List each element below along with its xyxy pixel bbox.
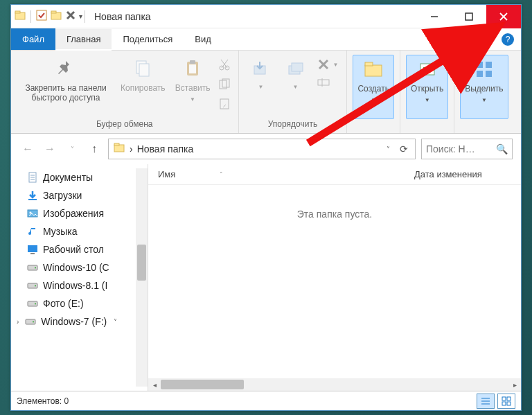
tree-item-drive-81[interactable]: Windows-8.1 (I <box>11 276 148 294</box>
new-folder-button[interactable]: Создать ▼ <box>353 55 394 119</box>
download-icon <box>26 189 39 202</box>
dropdown-icon[interactable]: ▾ <box>79 12 82 20</box>
close-button[interactable] <box>486 5 521 28</box>
folder-icon <box>361 57 386 82</box>
folder-icon[interactable] <box>14 9 26 24</box>
open-icon <box>415 57 440 82</box>
tree-item-music[interactable]: Музыка <box>11 222 148 240</box>
copy-path-icon[interactable] <box>218 77 231 94</box>
new-folder-label: Создать <box>357 85 389 94</box>
breadcrumb[interactable]: Новая папка <box>137 143 194 154</box>
tree-item-desktop[interactable]: Рабочий стол <box>11 240 148 258</box>
paste-button[interactable]: Вставить ▼ <box>171 55 215 119</box>
svg-rect-10 <box>189 64 196 73</box>
tree-item-drive-c[interactable]: Windows-10 (C <box>11 258 148 276</box>
h-scrollbar[interactable]: ◂ ▸ <box>148 378 521 391</box>
status-elements: Элементов: 0 <box>17 396 69 406</box>
explorer-window: ▾ Новая папка Файл Главная Поделиться Ви… <box>10 4 522 411</box>
column-modified-label: Дата изменения <box>414 169 482 179</box>
chevron-down-icon: ▼ <box>190 96 195 103</box>
minimize-button[interactable] <box>417 5 452 28</box>
delete-button[interactable]: ▼ <box>315 56 340 73</box>
address-bar[interactable]: › Новая папка ˅ ⟳ <box>108 139 416 159</box>
move-to-button[interactable]: ▼ <box>245 55 278 119</box>
group-new-label <box>353 119 394 132</box>
column-modified[interactable]: Дата изменения <box>405 169 521 179</box>
group-new: Создать ▼ <box>347 51 400 133</box>
svg-rect-8 <box>139 64 149 76</box>
drive-icon <box>26 261 39 274</box>
tab-view[interactable]: Вид <box>184 28 222 50</box>
svg-rect-16 <box>220 99 229 109</box>
view-details-button[interactable] <box>477 394 495 409</box>
h-scroll-thumb[interactable] <box>161 380 244 389</box>
svg-rect-51 <box>502 397 506 400</box>
back-button[interactable]: ← <box>19 141 36 157</box>
paste-icon <box>180 56 205 81</box>
check-icon[interactable] <box>35 9 48 24</box>
ribbon: Закрепить на панели быстрого доступа Коп… <box>11 51 521 134</box>
drive-icon <box>24 315 37 328</box>
select-button[interactable]: Выделить ▼ <box>460 55 508 119</box>
svg-rect-22 <box>365 65 382 76</box>
collapse-ribbon-icon[interactable]: ⌃ <box>490 35 496 44</box>
chevron-down-icon: ▼ <box>481 97 487 103</box>
separator <box>85 10 85 23</box>
view-icons-button[interactable] <box>497 394 515 409</box>
search-placeholder: Поиск: Н… <box>426 143 493 154</box>
svg-rect-30 <box>114 143 119 145</box>
paste-shortcut-icon[interactable] <box>218 96 231 113</box>
address-dropdown-icon[interactable]: ˅ <box>384 145 393 153</box>
forward-button[interactable]: → <box>42 141 58 157</box>
open-button[interactable]: Открыть ▼ <box>406 55 448 119</box>
select-icon <box>472 57 497 82</box>
scroll-right-icon[interactable]: ▸ <box>508 381 521 389</box>
recent-dropdown[interactable]: ˅ <box>64 141 80 157</box>
delete-x-icon[interactable] <box>64 9 77 24</box>
sort-icon: ˄ <box>220 171 223 178</box>
tab-home[interactable]: Главная <box>55 29 112 51</box>
cut-icon[interactable] <box>218 58 231 74</box>
copy-button[interactable]: Копировать <box>116 55 170 119</box>
tree-item-drive-e[interactable]: Фото (E:) <box>11 294 148 312</box>
rename-button[interactable] <box>315 74 340 91</box>
search-box[interactable]: Поиск: Н… 🔍 <box>421 139 513 159</box>
tree-scrollbar[interactable] <box>136 168 148 387</box>
chevron-down-icon: ▼ <box>425 97 430 103</box>
copy-to-button[interactable]: ▼ <box>279 55 312 119</box>
chevron-down-icon: ▼ <box>371 97 376 103</box>
svg-rect-25 <box>477 62 483 68</box>
drive-icon <box>26 279 39 292</box>
refresh-icon[interactable]: ⟳ <box>397 143 411 154</box>
group-open: Открыть ▼ <box>400 51 454 133</box>
svg-rect-38 <box>28 245 37 252</box>
chevron-down-icon[interactable]: ˅ <box>114 318 117 326</box>
maximize-button[interactable] <box>452 5 486 28</box>
tree-item-documents[interactable]: Документы <box>11 168 148 186</box>
folder-icon[interactable] <box>50 9 62 24</box>
scroll-left-icon[interactable]: ◂ <box>148 381 161 389</box>
column-name[interactable]: Имя˄ <box>148 169 405 179</box>
drive-icon <box>26 297 39 310</box>
tree-scroll-thumb[interactable] <box>137 245 146 281</box>
svg-rect-53 <box>502 402 506 405</box>
tab-share[interactable]: Поделиться <box>112 28 184 50</box>
tree-item-images[interactable]: Изображения <box>11 204 148 222</box>
search-icon[interactable]: 🔍 <box>496 143 508 154</box>
up-button[interactable]: ↑ <box>86 141 103 157</box>
tab-file[interactable]: Файл <box>11 28 55 50</box>
tree-label: Изображения <box>43 208 104 219</box>
tree-item-drive-f[interactable]: ›Windows-7 (F:)˅ <box>11 312 148 330</box>
tree-label: Музыка <box>43 226 78 237</box>
tree-item-downloads[interactable]: Загрузки <box>11 186 148 204</box>
help-icon[interactable]: ? <box>502 33 514 46</box>
chevron-right-icon[interactable]: › <box>17 318 19 326</box>
titlebar: ▾ Новая папка <box>11 5 521 28</box>
tree-label: Документы <box>43 172 93 183</box>
breadcrumb-sep[interactable]: › <box>130 143 133 154</box>
pin-button[interactable]: Закрепить на панели быстрого доступа <box>17 55 115 119</box>
svg-rect-39 <box>30 253 35 254</box>
group-select: Выделить ▼ <box>454 51 513 133</box>
ribbon-tabs: Файл Главная Поделиться Вид ⌃ ? <box>11 28 521 51</box>
delete-icon <box>317 58 330 71</box>
